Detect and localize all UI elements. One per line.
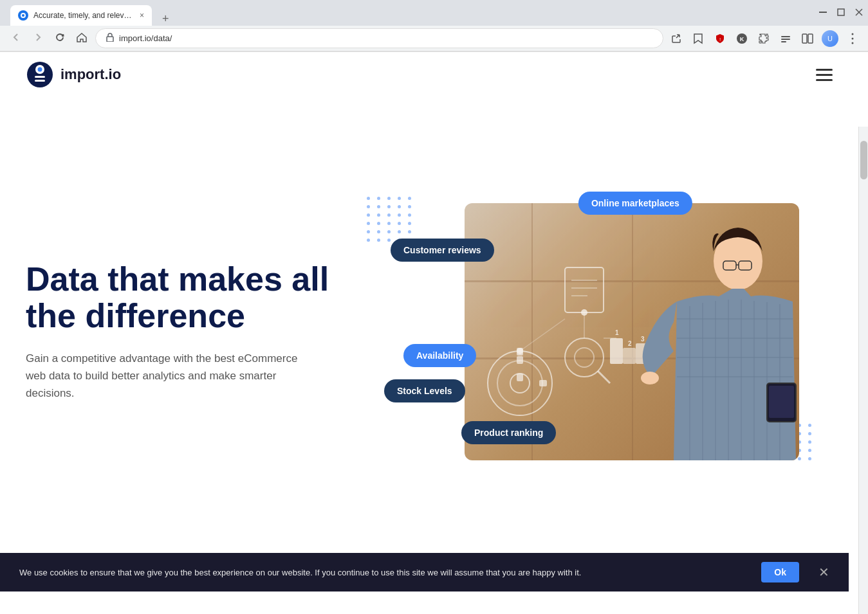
scrollbar[interactable]	[858, 127, 868, 614]
dot	[367, 205, 370, 208]
dot	[408, 230, 411, 233]
dot	[808, 449, 811, 452]
dot	[387, 205, 391, 208]
dot	[808, 440, 811, 444]
dot	[377, 205, 380, 208]
home-button[interactable]	[73, 29, 90, 48]
security-shield-icon[interactable]: !	[712, 31, 728, 46]
k-extension-icon[interactable]: K	[734, 31, 750, 46]
dot	[387, 213, 391, 217]
bookmark-icon[interactable]	[690, 31, 706, 46]
share-icon[interactable]	[669, 31, 684, 46]
dot-grid-top-left	[367, 197, 413, 242]
svg-point-1	[22, 14, 24, 17]
url-bar[interactable]: import.io/data/	[95, 28, 663, 48]
svg-rect-14	[808, 34, 813, 43]
maximize-button[interactable]	[837, 8, 845, 18]
address-bar: import.io/data/ ! K	[0, 26, 868, 51]
svg-text:2: 2	[628, 340, 632, 347]
dot	[367, 239, 370, 242]
tab-title: Accurate, timely, and relevant da	[33, 11, 134, 20]
svg-point-24	[497, 361, 542, 406]
hamburger-line-3	[816, 79, 833, 81]
more-options-button[interactable]	[845, 31, 860, 46]
tab-favicon	[18, 10, 28, 21]
new-tab-button[interactable]: +	[157, 12, 174, 26]
tab-close-button[interactable]: ×	[140, 11, 144, 20]
cookie-ok-button[interactable]: Ok	[761, 562, 799, 582]
logo-area: import.io	[26, 60, 121, 89]
svg-rect-37	[610, 338, 623, 364]
svg-text:!: !	[719, 37, 721, 42]
media-icon[interactable]	[778, 31, 793, 46]
forward-button[interactable]	[30, 29, 46, 48]
dot	[408, 213, 411, 217]
url-text: import.io/data/	[119, 33, 172, 43]
svg-rect-28	[517, 356, 523, 364]
cookie-banner: We use cookies to ensure that we give yo…	[0, 553, 849, 591]
svg-point-15	[852, 33, 854, 35]
cookie-close-button[interactable]: ✕	[818, 564, 829, 580]
minimize-button[interactable]	[819, 8, 827, 18]
tag-online-marketplaces: Online marketplaces	[578, 192, 692, 215]
dot	[808, 457, 811, 460]
dot	[387, 222, 391, 225]
svg-point-31	[575, 348, 594, 367]
svg-rect-55	[769, 386, 794, 418]
svg-point-20	[38, 68, 42, 72]
tag-stock-levels: Stock Levels	[384, 379, 465, 402]
dot	[377, 213, 380, 217]
window-controls	[819, 8, 863, 18]
svg-rect-29	[539, 380, 547, 386]
dot	[367, 222, 370, 225]
svg-point-47	[517, 348, 523, 354]
dot	[387, 230, 391, 233]
tag-customer-reviews: Customer reviews	[391, 239, 494, 262]
dot	[808, 432, 811, 435]
logo-text: import.io	[60, 66, 121, 83]
dot	[398, 205, 401, 208]
tag-availability: Availability	[403, 344, 476, 367]
dot	[377, 222, 380, 225]
svg-rect-10	[781, 36, 790, 37]
svg-rect-13	[802, 34, 807, 43]
hero-title: Data that makes all the difference	[26, 261, 335, 334]
dot	[377, 230, 380, 233]
dot	[398, 230, 401, 233]
svg-rect-6	[107, 37, 113, 42]
dot	[408, 222, 411, 225]
user-avatar[interactable]: U	[822, 30, 838, 47]
dot	[398, 213, 401, 217]
hamburger-line-2	[816, 74, 833, 76]
split-screen-icon[interactable]	[800, 31, 815, 46]
svg-rect-22	[35, 80, 45, 82]
active-tab[interactable]: Accurate, timely, and relevant da ×	[10, 5, 152, 26]
svg-rect-3	[838, 9, 844, 15]
svg-line-32	[598, 371, 610, 383]
scrollbar-thumb[interactable]	[860, 141, 867, 179]
hero-left: Data that makes all the difference Gain …	[26, 261, 360, 402]
dot	[377, 239, 380, 242]
svg-rect-33	[565, 267, 604, 312]
back-button[interactable]	[8, 29, 24, 48]
reload-button[interactable]	[51, 29, 68, 48]
dot	[408, 205, 411, 208]
dot	[398, 197, 401, 200]
tab-bar: Accurate, timely, and relevant da × +	[5, 0, 819, 26]
hero-right: Online marketplaces Customer reviews	[360, 197, 833, 467]
close-button[interactable]	[855, 8, 863, 18]
hamburger-line-1	[816, 69, 833, 71]
hamburger-menu[interactable]	[816, 69, 833, 81]
svg-point-16	[852, 37, 854, 39]
svg-point-46	[581, 309, 587, 316]
extensions-icon[interactable]	[756, 31, 771, 46]
svg-point-53	[641, 372, 659, 384]
svg-rect-27	[517, 374, 523, 381]
dot	[408, 197, 411, 200]
svg-rect-11	[781, 39, 790, 40]
svg-rect-21	[35, 76, 45, 78]
svg-text:1: 1	[615, 329, 619, 336]
dot	[387, 239, 391, 242]
browser-chrome: Accurate, timely, and relevant da × +	[0, 0, 868, 52]
logo-icon	[26, 60, 54, 89]
